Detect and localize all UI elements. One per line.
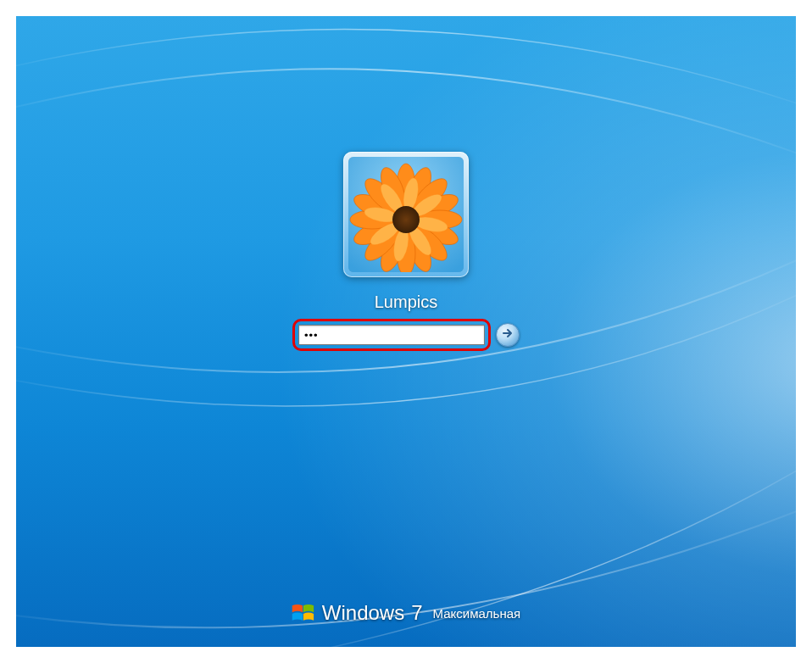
- svg-point-25: [392, 206, 420, 233]
- user-avatar[interactable]: [343, 152, 469, 277]
- username-label: Lumpics: [375, 292, 437, 312]
- login-screen: Lumpics: [16, 16, 796, 647]
- product-edition: Максимальная: [433, 606, 521, 621]
- branding: Windows 7 Максимальная: [292, 601, 520, 625]
- product-name: Windows: [322, 601, 404, 625]
- password-input[interactable]: [298, 325, 485, 345]
- submit-button[interactable]: [496, 323, 520, 347]
- product-version: 7: [411, 601, 422, 625]
- arrow-right-icon: [501, 326, 514, 343]
- user-avatar-image: [348, 157, 464, 272]
- windows-logo-icon: [292, 601, 315, 625]
- password-highlight: [292, 319, 491, 351]
